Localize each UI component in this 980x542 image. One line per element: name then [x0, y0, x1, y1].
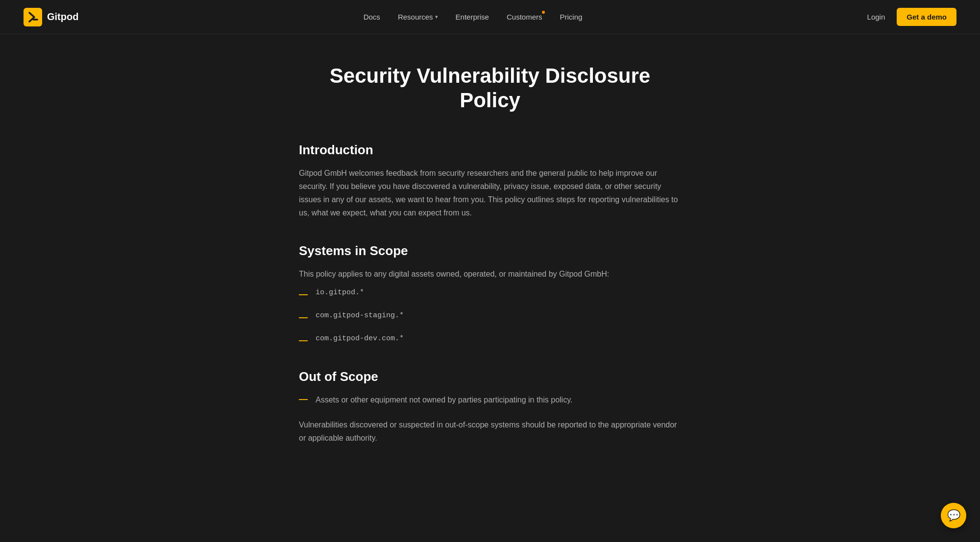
- login-link[interactable]: Login: [867, 13, 885, 21]
- nav-pricing[interactable]: Pricing: [560, 13, 582, 21]
- systems-text: This policy applies to any digital asset…: [299, 267, 681, 281]
- introduction-text: Gitpod GmbH welcomes feedback from secur…: [299, 166, 681, 220]
- chat-widget[interactable]: 💬: [941, 503, 966, 528]
- nav-resources[interactable]: Resources ▾: [398, 13, 438, 21]
- logo-link[interactable]: Gitpod: [24, 8, 78, 26]
- list-item: — Assets or other equipment not owned by…: [299, 393, 681, 406]
- customers-dot: [542, 11, 545, 14]
- page-title: Security Vulnerability Disclosure Policy: [299, 64, 681, 113]
- list-item: — com.gitpod-staging.*: [299, 311, 681, 323]
- nav-right: Login Get a demo: [867, 8, 956, 26]
- list-dash-icon: —: [299, 335, 308, 346]
- main-content: Security Vulnerability Disclosure Policy…: [279, 34, 701, 507]
- introduction-heading: Introduction: [299, 142, 681, 158]
- list-item: — io.gitpod.*: [299, 288, 681, 300]
- list-dash-icon: —: [299, 312, 308, 323]
- list-item: — com.gitpod-dev.com.*: [299, 334, 681, 346]
- nav-customers[interactable]: Customers: [507, 13, 542, 21]
- logo-text: Gitpod: [47, 11, 78, 23]
- logo-icon: [24, 8, 42, 26]
- out-of-scope-heading: Out of Scope: [299, 369, 681, 384]
- svg-rect-0: [24, 8, 42, 26]
- list-dash-icon: —: [299, 394, 308, 404]
- list-item-code-2: com.gitpod-staging.*: [316, 311, 404, 320]
- systems-heading: Systems in Scope: [299, 243, 681, 259]
- section-out-of-scope: Out of Scope — Assets or other equipment…: [299, 369, 681, 445]
- nav-links: Docs Resources ▾ Enterprise Customers Pr…: [364, 13, 583, 21]
- list-item-code-3: com.gitpod-dev.com.*: [316, 334, 404, 343]
- out-of-scope-text: Vulnerabilities discovered or suspected …: [299, 418, 681, 445]
- nav-docs[interactable]: Docs: [364, 13, 380, 21]
- list-item-code-1: io.gitpod.*: [316, 288, 364, 297]
- get-demo-button[interactable]: Get a demo: [897, 8, 956, 26]
- list-dash-icon: —: [299, 289, 308, 300]
- section-introduction: Introduction Gitpod GmbH welcomes feedba…: [299, 142, 681, 220]
- out-of-scope-item-1: Assets or other equipment not owned by p…: [316, 393, 572, 406]
- section-systems-in-scope: Systems in Scope This policy applies to …: [299, 243, 681, 346]
- nav-enterprise[interactable]: Enterprise: [456, 13, 489, 21]
- chat-icon: 💬: [947, 509, 960, 522]
- chevron-down-icon: ▾: [435, 14, 438, 20]
- navbar: Gitpod Docs Resources ▾ Enterprise Custo…: [0, 0, 980, 34]
